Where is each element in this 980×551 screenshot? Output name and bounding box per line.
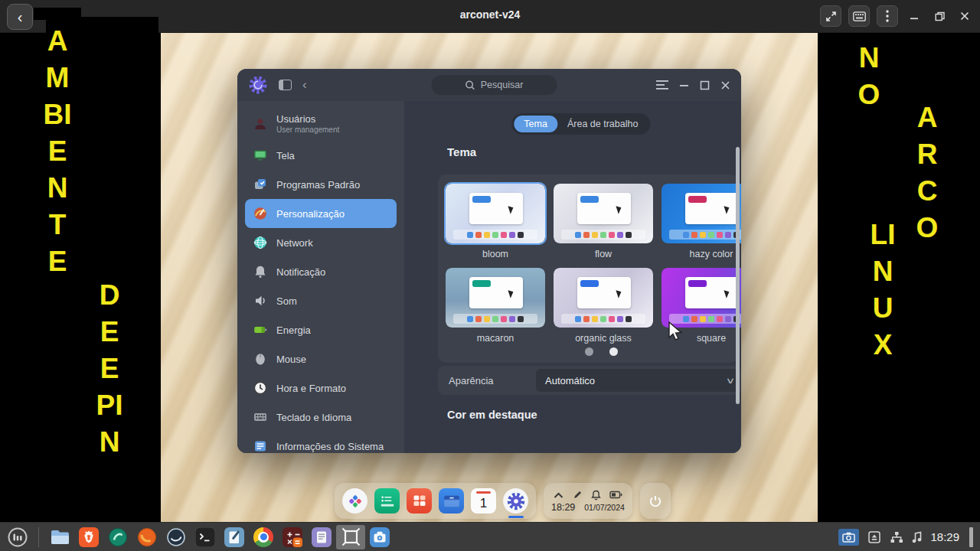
theme-option-hazy-color[interactable]: hazy color xyxy=(660,182,741,266)
sidebar-item-energia[interactable]: Energia xyxy=(245,315,397,344)
pen-icon[interactable] xyxy=(573,490,583,500)
theme-thumbnail[interactable] xyxy=(660,182,741,245)
multitasking-button[interactable] xyxy=(374,488,400,514)
minimize-button[interactable] xyxy=(905,7,923,25)
back-button[interactable]: ‹ xyxy=(7,4,33,30)
mint-menu-button[interactable] xyxy=(3,525,32,549)
calendar-icon: 1 xyxy=(480,497,487,510)
theme-section-title: Tema xyxy=(447,145,476,158)
caption-deepin: DEEPIN xyxy=(92,277,127,461)
show-desktop-button[interactable] xyxy=(969,527,973,547)
maximize-button[interactable] xyxy=(930,7,949,25)
search-input[interactable]: Pesquisar xyxy=(432,75,557,95)
bell-icon[interactable] xyxy=(591,490,601,500)
window-close-icon[interactable] xyxy=(720,80,730,90)
taskbar-calculator[interactable] xyxy=(278,525,307,549)
clock-icon xyxy=(253,380,268,396)
taskbar-separator xyxy=(38,527,39,547)
vm-viewer-icon xyxy=(341,527,361,547)
taskbar-green-app[interactable] xyxy=(103,525,132,549)
theme-option-flow[interactable]: flow xyxy=(552,182,655,266)
theme-thumbnail[interactable] xyxy=(552,266,655,329)
page-dot-1[interactable] xyxy=(585,347,593,356)
theme-option-macaron[interactable]: macaron xyxy=(444,266,547,350)
sidebar-item-teclado-e-idioma[interactable]: Teclado e Idioma xyxy=(245,403,397,432)
mint-menu-icon xyxy=(7,527,28,548)
power-button[interactable] xyxy=(640,483,671,519)
sidebar-item-personalizacao[interactable]: Personalização xyxy=(245,199,397,228)
calculator-icon xyxy=(283,527,302,547)
sidebar-item-programas-padrao[interactable]: Programas Padrão xyxy=(245,170,397,199)
sidebar-item-mouse[interactable]: Mouse xyxy=(245,344,397,373)
window-maximize-icon[interactable] xyxy=(700,80,710,90)
screenshot-tray-button[interactable] xyxy=(838,529,859,546)
settings-titlebar[interactable]: ‹ Pesquisar xyxy=(237,69,741,101)
sidebar-item-som[interactable]: Som xyxy=(245,286,397,315)
sidebar-item-tela[interactable]: Tela xyxy=(245,141,397,170)
window-minimize-icon[interactable] xyxy=(679,80,689,90)
caption-no: NO xyxy=(851,40,887,113)
taskbar-terminal[interactable] xyxy=(191,525,220,549)
sidebar-item-notificacao[interactable]: Notificação xyxy=(245,257,397,286)
taskbar-tray: 18:29 xyxy=(838,527,977,547)
theme-thumbnail[interactable] xyxy=(444,182,547,245)
sidebar-item-informacoes-do-sistema[interactable]: Informações do Sistema xyxy=(245,432,397,453)
nav-back-icon[interactable]: ‹ xyxy=(302,77,307,93)
keyboard-shortcuts-button[interactable] xyxy=(848,5,870,27)
close-button[interactable] xyxy=(956,7,974,25)
theme-panel: bloom flow hazy color xyxy=(438,174,738,363)
sidebar-toggle-icon[interactable] xyxy=(279,80,292,90)
music-icon[interactable] xyxy=(912,531,922,543)
sidebar-item-hora-e-formato[interactable]: Hora e Formato xyxy=(245,373,397,403)
dock-time: 18:29 xyxy=(551,502,575,513)
taskbar-web-app[interactable] xyxy=(162,525,191,549)
active-app-indicator xyxy=(508,516,524,518)
battery-tray-icon[interactable] xyxy=(609,491,622,499)
app-store-icon xyxy=(410,492,429,510)
scrollbar[interactable] xyxy=(736,147,740,404)
taskbar-brave[interactable] xyxy=(74,525,103,549)
fullscreen-button[interactable] xyxy=(820,5,841,27)
menu-button[interactable] xyxy=(877,5,898,27)
theme-thumbnail[interactable] xyxy=(444,266,547,329)
deepin-dock: 1 18:29 01/07/2024 xyxy=(335,483,671,519)
sidebar-item-usuarios[interactable]: UsuáriosUser management xyxy=(245,107,397,141)
eject-icon[interactable] xyxy=(867,530,881,544)
tab-area-de-trabalho[interactable]: Área de trabalho xyxy=(557,116,648,132)
battery-icon xyxy=(253,322,268,337)
collapse-icon[interactable] xyxy=(553,491,564,499)
mouse-cursor xyxy=(668,321,684,343)
screen: arconet-v24 ‹ AMBIENTE DEEPIN NO ARCO LI… xyxy=(0,0,980,551)
file-manager-icon xyxy=(50,528,70,546)
launcher-button[interactable] xyxy=(342,488,368,514)
theme-thumbnail[interactable] xyxy=(660,266,741,329)
taskbar-text-editor[interactable] xyxy=(220,525,249,549)
appearance-select[interactable]: Automático ∨ xyxy=(536,369,740,392)
theme-option-bloom[interactable]: bloom xyxy=(444,182,547,266)
network-icon[interactable] xyxy=(890,531,903,543)
page-dot-2[interactable] xyxy=(609,347,618,356)
taskbar-camera[interactable] xyxy=(365,525,394,549)
close-icon xyxy=(960,11,969,21)
window-menu-icon[interactable] xyxy=(656,80,668,90)
tab-tema[interactable]: Tema xyxy=(514,116,557,132)
taskbar-firefox[interactable] xyxy=(132,525,162,549)
control-center-button[interactable] xyxy=(503,488,528,514)
multitasking-icon xyxy=(378,492,397,510)
theme-option-organic-glass[interactable]: organic glass xyxy=(552,266,655,350)
control-center-logo-icon xyxy=(248,75,268,95)
taskbar-document[interactable] xyxy=(307,525,336,549)
mouse-icon xyxy=(253,351,268,367)
taskbar-vm-viewer[interactable] xyxy=(336,525,365,549)
taskbar-chrome[interactable] xyxy=(249,525,278,549)
sidebar-item-network[interactable]: Network xyxy=(245,228,397,257)
brave-icon xyxy=(79,527,99,547)
file-manager-button[interactable] xyxy=(439,488,464,514)
app-store-button[interactable] xyxy=(407,488,432,514)
taskbar-file-manager[interactable] xyxy=(45,525,74,549)
calendar-button[interactable]: 1 xyxy=(471,488,496,514)
theme-thumbnail[interactable] xyxy=(552,182,655,245)
system-info-icon xyxy=(253,439,268,453)
deepin-control-center-window: ‹ Pesquisar UsuáriosUser management Tela xyxy=(237,69,741,453)
chevron-down-icon: ∨ xyxy=(726,376,736,386)
